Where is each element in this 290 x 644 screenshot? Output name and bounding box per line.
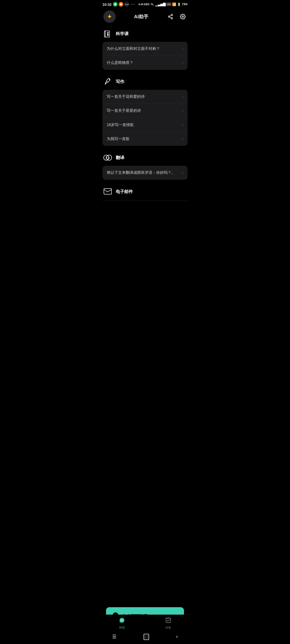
list-item[interactable]: 写一首关于星星的诗 › — [102, 104, 188, 118]
app-icon-1 — [113, 2, 118, 7]
bottom-tabs: 对话 任务 — [99, 614, 191, 630]
svg-line-7 — [170, 17, 171, 18]
wifi-icon: 📶 — [172, 2, 176, 6]
ai-avatar: ✦ — [103, 10, 116, 23]
item-text: 为什么对立面和对立面不对称？ — [107, 46, 160, 51]
status-bar: 10:32 Soul ··· 0.44 KB/S ▁▃▅▇ HD — [99, 0, 191, 8]
svg-point-1 — [120, 3, 122, 5]
writing-category-title: 写作 — [116, 79, 124, 84]
chevron-right-icon: › — [182, 108, 183, 113]
tab-dialog[interactable]: 对话 — [99, 617, 145, 630]
svg-point-0 — [114, 3, 116, 5]
email-divider — [102, 201, 188, 201]
chevron-right-icon: › — [182, 171, 183, 175]
list-item[interactable]: 18岁写一首情歌 › — [102, 118, 188, 132]
email-icon — [102, 186, 113, 197]
battery-percent: 73% — [182, 2, 188, 6]
status-time: 10:32 — [102, 2, 112, 6]
menu-icon: ☰ — [112, 634, 117, 639]
header-actions — [167, 13, 187, 20]
more-dots: ··· — [131, 2, 135, 6]
svg-point-23 — [122, 620, 123, 620]
page-title: AI助手 — [134, 14, 148, 20]
bottom-area: 对话 任务 ☰ □ ‹ — [99, 614, 191, 644]
tab-task[interactable]: 任务 — [145, 617, 191, 630]
settings-button[interactable] — [179, 13, 187, 20]
back-icon: ‹ — [176, 634, 178, 640]
science-category-title: 科学课 — [116, 31, 129, 36]
category-header-translate: 文 A 翻译 — [102, 150, 188, 166]
battery-icon: 🔋 — [177, 2, 181, 6]
home-icon: □ — [144, 634, 149, 640]
category-section-science: 科学课 为什么对立面和对立面不对称？ › 什么是暗物质？ › — [102, 26, 188, 70]
svg-point-22 — [121, 620, 122, 620]
list-item[interactable]: 将以下文本翻译成西班牙语：你好吗？。 › — [102, 166, 188, 180]
category-section-translate: 文 A 翻译 将以下文本翻译成西班牙语：你好吗？。 › — [102, 150, 188, 180]
svg-point-12 — [109, 79, 110, 80]
share-icon — [168, 14, 173, 20]
category-header-writing: 写作 — [102, 74, 188, 90]
chevron-right-icon: › — [182, 123, 183, 127]
svg-line-8 — [170, 16, 171, 16]
item-text: 什么是暗物质？ — [107, 60, 133, 65]
item-text: 写一首关于星星的诗 — [107, 108, 141, 113]
chevron-right-icon: › — [182, 137, 183, 141]
app-icon-soul: Soul — [124, 2, 129, 7]
main-content: 科学课 为什么对立面和对立面不对称？ › 什么是暗物质？ › — [99, 26, 191, 234]
chevron-right-icon: › — [182, 46, 183, 51]
svg-rect-3 — [152, 4, 153, 5]
hd-icon: HD — [167, 3, 171, 6]
status-right: 0.44 KB/S ▁▃▅▇ HD 📶 🔋 73% — [139, 2, 188, 6]
item-text: 写一首关于花和爱的诗 — [107, 94, 145, 99]
share-button[interactable] — [167, 13, 174, 20]
signal-icon: ▁▃▅▇ — [155, 2, 166, 6]
app-icons: Soul — [113, 2, 129, 7]
list-item[interactable]: 写一首关于花和爱的诗 › — [102, 90, 188, 104]
science-items-card: 为什么对立面和对立面不对称？ › 什么是暗物质？ › — [102, 42, 188, 70]
item-text: 为我写一首歌 — [107, 136, 130, 142]
svg-point-21 — [121, 620, 121, 620]
chevron-right-icon: › — [182, 94, 183, 99]
category-section-writing: 写作 写一首关于花和爱的诗 › 写一首关于星星的诗 › 18岁写一首情歌 › 为… — [102, 74, 188, 146]
system-menu-button[interactable]: ☰ — [107, 632, 121, 641]
tab-dialog-label: 对话 — [119, 626, 125, 630]
mute-icon — [150, 2, 154, 6]
header: ✦ AI助手 — [99, 8, 191, 26]
sparkle-icon: ✦ — [107, 13, 112, 20]
list-item[interactable]: 什么是暗物质？ › — [102, 56, 188, 70]
svg-text:A: A — [108, 156, 110, 160]
chevron-right-icon: › — [182, 61, 183, 65]
writing-items-card: 写一首关于花和爱的诗 › 写一首关于星星的诗 › 18岁写一首情歌 › 为我写一… — [102, 90, 188, 146]
category-header-science: 科学课 — [102, 26, 188, 42]
task-tab-icon — [165, 617, 171, 625]
translate-icon: 文 A — [102, 152, 113, 163]
tab-task-label: 任务 — [165, 626, 171, 630]
science-icon — [102, 28, 113, 39]
svg-point-9 — [182, 16, 183, 17]
system-home-button[interactable]: □ — [139, 632, 154, 641]
translate-category-title: 翻译 — [116, 155, 124, 160]
translate-items-card: 将以下文本翻译成西班牙语：你好吗？。 › — [102, 166, 188, 180]
dialog-tab-icon — [119, 617, 125, 625]
app-icon-2 — [119, 2, 123, 7]
category-header-email: 电子邮件 — [102, 184, 188, 200]
system-nav: ☰ □ ‹ — [99, 630, 191, 644]
item-text: 将以下文本翻译成西班牙语：你好吗？。 — [107, 170, 175, 175]
network-speed: 0.44 KB/S — [139, 3, 150, 6]
system-back-button[interactable]: ‹ — [171, 632, 183, 641]
list-item[interactable]: 为什么对立面和对立面不对称？ › — [102, 42, 188, 56]
item-text: 18岁写一首情歌 — [107, 122, 134, 128]
writing-icon — [102, 76, 113, 87]
category-section-email: 电子邮件 — [102, 184, 188, 201]
settings-icon — [180, 14, 186, 20]
list-item[interactable]: 为我写一首歌 › — [102, 132, 188, 146]
svg-rect-17 — [104, 188, 112, 194]
email-category-title: 电子邮件 — [116, 189, 133, 194]
